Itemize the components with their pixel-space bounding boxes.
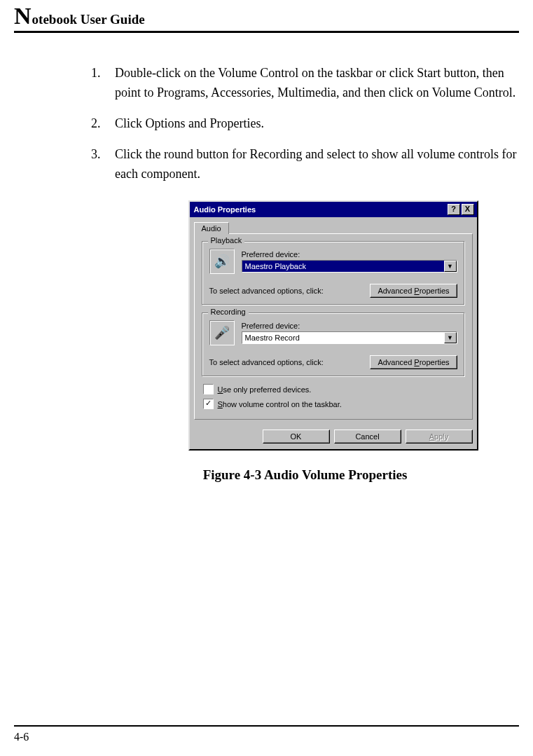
recording-device-value: Maestro Record xyxy=(242,332,444,343)
cancel-button[interactable]: Cancel xyxy=(334,429,401,444)
microphone-icon: 🎤 xyxy=(209,320,235,345)
playback-advanced-properties-button[interactable]: Advanced Properties xyxy=(370,284,457,298)
help-button[interactable]: ? xyxy=(448,204,460,215)
use-only-preferred-checkbox-row[interactable]: Use only preferred devices. xyxy=(203,384,464,394)
instruction-list: 1. Double-click on the Volume Control on… xyxy=(91,64,519,184)
show-volume-taskbar-checkbox-row[interactable]: ✓ Show volume control on the taskbar. xyxy=(203,399,464,409)
recording-group: Recording 🎤 Preferred device: Maestro Re… xyxy=(202,312,465,377)
list-item: 1. Double-click on the Volume Control on… xyxy=(91,64,519,103)
playback-legend: Playback xyxy=(208,236,245,245)
step-number: 2. xyxy=(91,114,115,134)
page-header: N otebook User Guide xyxy=(14,4,519,33)
checkbox-empty-icon[interactable] xyxy=(203,384,214,394)
list-item: 2. Click Options and Properties. xyxy=(91,114,519,134)
apply-button[interactable]: Apply xyxy=(406,429,473,444)
recording-advanced-label: To select advanced options, click: xyxy=(209,358,365,366)
checkbox-checked-icon[interactable]: ✓ xyxy=(203,399,214,409)
step-text: Click the round button for Recording and… xyxy=(115,145,519,184)
recording-legend: Recording xyxy=(208,308,249,316)
page-number: 4-6 xyxy=(14,731,29,743)
ok-button[interactable]: OK xyxy=(263,429,330,444)
step-text: Click Options and Properties. xyxy=(115,114,264,134)
step-number: 3. xyxy=(91,145,115,184)
title-bar[interactable]: Audio Properties ? X xyxy=(190,202,477,217)
playback-group: Playback 🔊 Preferred device: Maestro Pla… xyxy=(202,241,465,305)
header-dropcap: N xyxy=(14,4,32,28)
recording-advanced-properties-button[interactable]: Advanced Properties xyxy=(370,355,457,369)
step-text: Double-click on the Volume Control on th… xyxy=(115,64,519,103)
page-footer: 4-6 xyxy=(14,725,519,743)
playback-device-select[interactable]: Maestro Playback ▼ xyxy=(242,260,457,273)
recording-device-select[interactable]: Maestro Record ▼ xyxy=(242,331,457,344)
audio-properties-dialog: Audio Properties ? X Audio Playback 🔊 Pr… xyxy=(188,200,478,451)
playback-device-value: Maestro Playback xyxy=(242,261,444,272)
playback-advanced-label: To select advanced options, click: xyxy=(209,287,365,295)
chevron-down-icon[interactable]: ▼ xyxy=(444,332,457,343)
recording-device-label: Preferred device: xyxy=(242,322,457,330)
chevron-down-icon[interactable]: ▼ xyxy=(444,261,457,272)
figure-caption: Figure 4-3 Audio Volume Properties xyxy=(91,467,519,483)
tab-audio[interactable]: Audio xyxy=(194,222,229,234)
step-number: 1. xyxy=(91,64,115,103)
dialog-title: Audio Properties xyxy=(193,205,446,214)
speaker-icon: 🔊 xyxy=(209,249,235,274)
use-only-preferred-label: Use only preferred devices. xyxy=(218,385,312,394)
list-item: 3. Click the round button for Recording … xyxy=(91,145,519,184)
close-button[interactable]: X xyxy=(462,204,474,215)
playback-device-label: Preferred device: xyxy=(242,250,457,259)
show-volume-taskbar-label: Show volume control on the taskbar. xyxy=(218,400,342,408)
header-rest: otebook User Guide xyxy=(32,12,145,27)
